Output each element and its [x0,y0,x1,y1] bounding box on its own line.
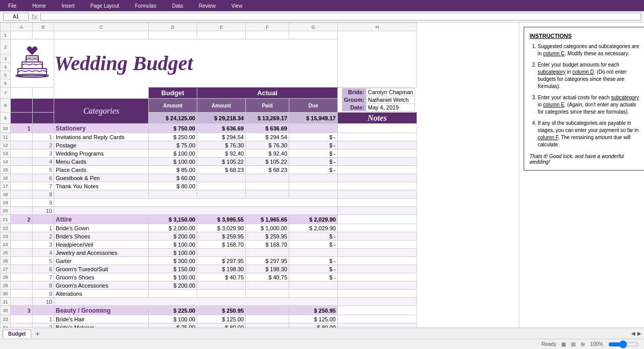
r12-f[interactable]: $ 76.30 [246,141,289,149]
r18-h[interactable] [338,190,417,199]
r28-f[interactable]: $ 40.75 [246,273,289,281]
r17-f[interactable] [246,182,289,190]
r16-c[interactable]: Guestbook & Pen [54,174,149,182]
r11-e[interactable]: $ 294.54 [197,133,246,141]
r12-h[interactable] [338,141,417,149]
budget-tab[interactable]: Budget [3,330,31,338]
r11-g[interactable]: $ - [289,133,338,141]
r22-h[interactable] [338,224,417,232]
r10-h[interactable] [338,124,417,133]
r27-e[interactable]: $ 198.30 [197,265,246,273]
r29-c[interactable]: Groom's Accessories [54,281,149,290]
r14-h[interactable] [338,158,417,166]
r12-d[interactable]: $ 75.00 [149,141,197,149]
r12-c[interactable]: Postage [54,141,149,149]
r34-f[interactable] [246,323,289,328]
r30-g[interactable] [289,290,338,298]
r18-e[interactable] [197,190,246,199]
r34-c[interactable]: Bride's Makeup [54,323,149,328]
status-view-page[interactable]: ▤ [571,341,576,347]
spreadsheet-grid[interactable]: A B C D E F G H 1 [0,23,519,328]
r25-d[interactable]: $ 100.00 [149,249,197,257]
ribbon-tab-review[interactable]: Review [195,2,220,10]
r33-e[interactable]: $ 125.00 [197,315,246,323]
r33-c[interactable]: Bride's Hair [54,315,149,323]
r17-c[interactable]: Thank You Notes [54,182,149,190]
r27-f[interactable]: $ 198.30 [246,265,289,273]
r15-h[interactable] [338,166,417,174]
r33-g[interactable]: $ 125.00 [289,315,338,323]
r26-e[interactable]: $ 297.95 [197,257,246,265]
r27-d[interactable]: $ 150.00 [149,265,197,273]
add-sheet-button[interactable]: + [33,330,41,338]
r24-c[interactable]: Headpiece/Veil [54,241,149,249]
r31-h[interactable] [338,298,417,306]
r25-g[interactable] [289,249,338,257]
r27-c[interactable]: Groom's Tuxedo/Suit [54,265,149,273]
r22-g[interactable]: $ 2,029.90 [289,224,338,232]
r27-h[interactable] [338,265,417,273]
r17-e[interactable] [197,182,246,190]
r29-e[interactable] [197,281,246,290]
r27-g[interactable]: $ - [289,265,338,273]
r32-h[interactable] [338,306,417,315]
r13-e[interactable]: $ 92.40 [197,149,246,158]
date-value[interactable]: May 4, 2019 [366,104,415,112]
r22-d[interactable]: $ 2,000.00 [149,224,197,232]
r30-c[interactable]: Alterations [54,290,149,298]
r18-g[interactable] [289,190,338,199]
r29-d[interactable]: $ 200.00 [149,281,197,290]
status-view-normal[interactable]: ▦ [561,341,566,347]
r29-f[interactable] [246,281,289,290]
sheet-scroll-right[interactable]: ▶ [637,331,641,336]
r14-f[interactable]: $ 105.22 [246,158,289,166]
r25-c[interactable]: Jewelry and Accessories [54,249,149,257]
r26-c[interactable]: Garter [54,257,149,265]
r26-d[interactable]: $ 300.00 [149,257,197,265]
r23-d[interactable]: $ 200.00 [149,232,197,241]
r23-f[interactable]: $ 259.95 [246,232,289,241]
r24-f[interactable]: $ 168.70 [246,241,289,249]
r11-h[interactable] [338,133,417,141]
r23-g[interactable]: $ - [289,232,338,241]
r34-g[interactable]: $ 80.00 [289,323,338,328]
r15-e[interactable]: $ 68.23 [197,166,246,174]
r18-c[interactable] [54,190,149,199]
r22-f[interactable]: $ 1,000.00 [246,224,289,232]
r16-d[interactable]: $ 60.00 [149,174,197,182]
ribbon-tab-view[interactable]: View [227,2,247,10]
r26-h[interactable] [338,257,417,265]
groom-value[interactable]: Nathaniel Welch [366,96,415,104]
status-view-break[interactable]: ⊞ [581,341,585,347]
r33-h[interactable] [338,315,417,323]
r25-h[interactable] [338,249,417,257]
r17-h[interactable] [338,182,417,190]
r33-f[interactable] [246,315,289,323]
r28-h[interactable] [338,273,417,281]
ribbon-tab-home[interactable]: Home [28,2,50,10]
r24-h[interactable] [338,241,417,249]
r11-f[interactable]: $ 294.54 [246,133,289,141]
r24-d[interactable]: $ 100.00 [149,241,197,249]
r30-e[interactable] [197,290,246,298]
r15-g[interactable]: $ - [289,166,338,174]
r26-f[interactable]: $ 297.95 [246,257,289,265]
r15-f[interactable]: $ 68.23 [246,166,289,174]
r14-d[interactable]: $ 100.00 [149,158,197,166]
r24-g[interactable]: $ - [289,241,338,249]
r14-e[interactable]: $ 105.22 [197,158,246,166]
r13-c[interactable]: Wedding Programs [54,149,149,158]
r25-f[interactable] [246,249,289,257]
r17-d[interactable]: $ 80.00 [149,182,197,190]
r14-g[interactable]: $ - [289,158,338,166]
r20-h[interactable] [338,207,417,215]
formula-input[interactable] [40,13,641,20]
r29-g[interactable] [289,281,338,290]
r34-e[interactable]: $ 80.00 [197,323,246,328]
r33-d[interactable]: $ 100.00 [149,315,197,323]
r28-c[interactable]: Groom's Shoes [54,273,149,281]
zoom-slider[interactable] [608,342,639,347]
r34-d[interactable]: $ 75.00 [149,323,197,328]
r16-h[interactable] [338,174,417,182]
r23-c[interactable]: Bride's Shoes [54,232,149,241]
